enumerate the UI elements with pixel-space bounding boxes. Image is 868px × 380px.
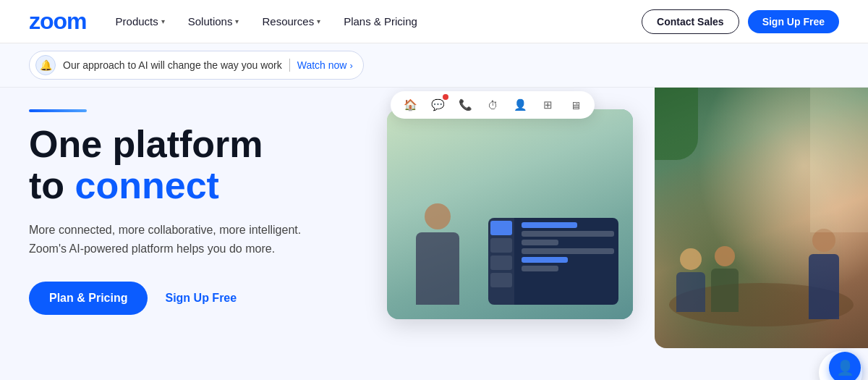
banner-text: Our approach to AI will change the way y… [63, 59, 282, 71]
toolbar-ui: 🏠 💬 📞 ⏱ 👤 ⊞ 🖥 [391, 91, 595, 119]
contact-sales-button[interactable]: Contact Sales [642, 9, 739, 34]
nav-solutions[interactable]: Solutions [188, 15, 239, 28]
nav-actions: Contact Sales Sign Up Free [642, 9, 839, 34]
home-toolbar-icon[interactable]: 🏠 [402, 97, 418, 113]
nav-pricing[interactable]: Plans & Pricing [344, 15, 420, 28]
hero-description: More connected, more collaborative, more… [29, 221, 333, 258]
bell-icon: 🔔 [35, 55, 56, 75]
hero-right: 🏠 💬 📞 ⏱ 👤 ⊞ 🖥 [376, 88, 868, 380]
plan-pricing-button[interactable]: Plan & Pricing [29, 282, 148, 315]
nav-products[interactable]: Products [116, 15, 165, 28]
grid-toolbar-icon[interactable]: ⊞ [540, 97, 556, 113]
phone-toolbar-icon[interactable]: 📞 [457, 97, 473, 113]
signup-hero-link[interactable]: Sign Up Free [165, 292, 237, 305]
hero-title: One platform to connect [29, 124, 362, 206]
arrow-right-icon: › [349, 60, 352, 71]
notification-badge [443, 94, 448, 100]
nav-links: Products Solutions Resources Plans & Pri… [116, 15, 642, 28]
signup-nav-button[interactable]: Sign Up Free [748, 10, 839, 33]
nav-resources[interactable]: Resources [262, 15, 320, 28]
laptop-photo [387, 109, 633, 319]
meeting-photo [655, 88, 868, 348]
clock-toolbar-icon[interactable]: ⏱ [485, 97, 501, 113]
logo[interactable]: zoom [29, 8, 87, 35]
laptop-photo-inner [387, 109, 633, 319]
app-content [517, 218, 618, 279]
chat-fab-button[interactable]: 👤 [829, 352, 861, 380]
announcement-banner: 🔔 Our approach to AI will change the way… [0, 43, 868, 88]
watch-now-link[interactable]: Watch now › [297, 59, 353, 71]
app-sidebar [488, 218, 514, 305]
chat-fab-icon: 👤 [836, 359, 854, 376]
laptop-screen [488, 218, 618, 305]
accent-line [29, 109, 87, 112]
hero-left: One platform to connect More connected, … [0, 88, 362, 380]
hero-section: One platform to connect More connected, … [0, 88, 868, 380]
hero-actions: Plan & Pricing Sign Up Free [29, 282, 362, 315]
meeting-photo-inner [655, 88, 868, 348]
navbar: zoom Products Solutions Resources Plans … [0, 0, 868, 43]
banner-content: 🔔 Our approach to AI will change the way… [29, 51, 364, 80]
banner-divider [289, 59, 290, 72]
monitor-toolbar-icon[interactable]: 🖥 [567, 97, 583, 113]
chat-toolbar-icon[interactable]: 💬 [430, 97, 446, 113]
person-toolbar-icon[interactable]: 👤 [512, 97, 528, 113]
